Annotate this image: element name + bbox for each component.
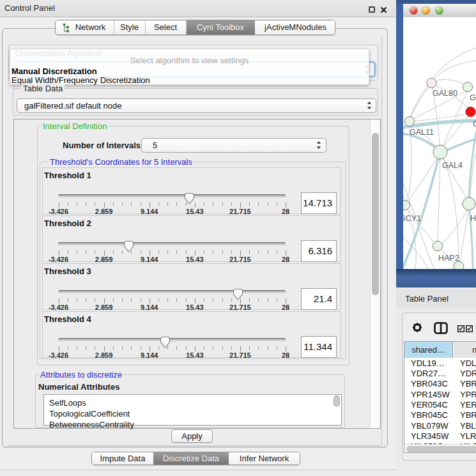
svg-text:HAP2: HAP2 [438, 254, 459, 263]
svg-text:C: C [473, 119, 476, 128]
svg-text:GAL80: GAL80 [433, 89, 457, 98]
svg-text:GA: GA [470, 93, 476, 102]
svg-text:H: H [470, 214, 476, 223]
svg-text:GAL11: GAL11 [410, 128, 434, 137]
svg-text:GAL4: GAL4 [442, 161, 463, 170]
svg-text:GCY1: GCY1 [403, 214, 421, 223]
